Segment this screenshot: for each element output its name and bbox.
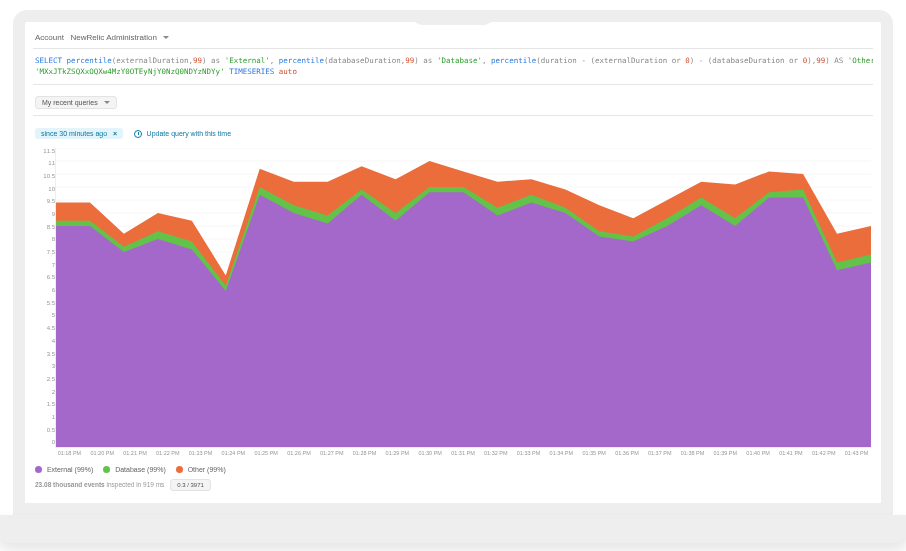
y-axis: 11.51110.5109.598.587.576.565.554.543.53… xyxy=(35,148,55,448)
legend-label-other: Other (99%) xyxy=(188,466,226,473)
chart-container: 11.51110.5109.598.587.576.565.554.543.53… xyxy=(33,144,873,448)
close-icon[interactable]: × xyxy=(113,130,117,137)
clock-icon xyxy=(134,130,142,138)
query-line-1: SELECT percentile(externalDuration,99) a… xyxy=(35,55,871,66)
legend-label-external: External (99%) xyxy=(47,466,93,473)
footer-stats: 23.08 thousand events inspected in 919 m… xyxy=(33,475,873,495)
inspected-text: inspected in 919 ms xyxy=(107,481,165,488)
legend-swatch-other xyxy=(176,466,183,473)
update-query-link[interactable]: Update query with this time xyxy=(134,130,231,137)
nrql-query[interactable]: SELECT percentile(externalDuration,99) a… xyxy=(33,49,873,85)
screen-bezel: Account NewRelic Administration SELECT p… xyxy=(13,10,893,515)
area-chart-svg xyxy=(56,148,871,447)
chevron-down-icon xyxy=(104,101,110,104)
legend-swatch-external xyxy=(35,466,42,473)
ratio-button[interactable]: 0.3 / 3971 xyxy=(170,479,211,491)
camera-notch xyxy=(413,16,493,25)
query-toolbar: My recent queries xyxy=(33,85,873,116)
event-count: 23.08 thousand events xyxy=(35,481,105,488)
laptop-frame: Account NewRelic Administration SELECT p… xyxy=(13,10,893,543)
filter-bar: since 30 minutes ago × Update query with… xyxy=(33,116,873,144)
query-line-2: 'MXxJTkZSQXxOQXw4MzY0OTEyNjY0NzQ0NDYzNDY… xyxy=(35,66,871,77)
laptop-base xyxy=(0,515,906,543)
x-axis: 01:18 PM01:20 PM01:21 PM01:22 PM01:23 PM… xyxy=(33,448,873,462)
chart-plot[interactable] xyxy=(55,148,871,448)
account-bar[interactable]: Account NewRelic Administration xyxy=(33,29,873,49)
account-label: Account xyxy=(35,33,64,42)
account-name: NewRelic Administration xyxy=(71,33,157,42)
recent-queries-button[interactable]: My recent queries xyxy=(35,96,117,109)
chevron-down-icon xyxy=(163,36,169,39)
time-range-chip[interactable]: since 30 minutes ago × xyxy=(35,128,123,139)
chart-legend: External (99%) Database (99%) Other (99%… xyxy=(33,462,873,476)
legend-swatch-database xyxy=(103,466,110,473)
legend-label-database: Database (99%) xyxy=(115,466,166,473)
